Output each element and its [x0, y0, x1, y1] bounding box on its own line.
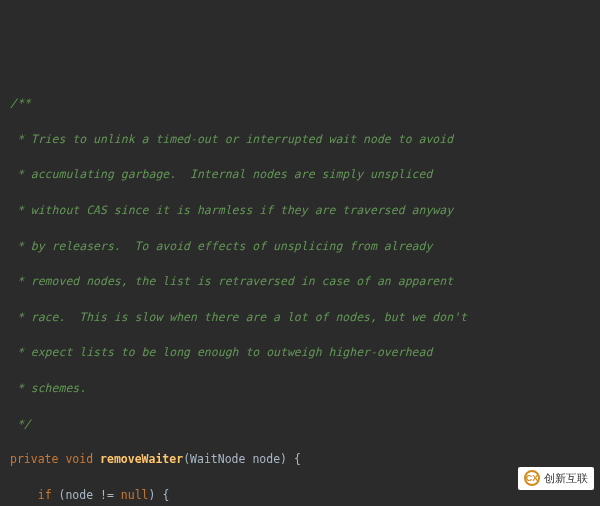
- javadoc-line: * expect lists to be long enough to outw…: [10, 344, 600, 362]
- javadoc-line: * accumulating garbage. Internal nodes a…: [10, 166, 600, 184]
- javadoc-line: /**: [10, 95, 600, 113]
- javadoc-line: * race. This is slow when there are a lo…: [10, 309, 600, 327]
- javadoc-line: * schemes.: [10, 380, 600, 398]
- javadoc-line: * without CAS since it is harmless if th…: [10, 202, 600, 220]
- watermark-badge: CX 创新互联: [518, 467, 594, 490]
- method-name: removeWaiter: [100, 452, 183, 466]
- javadoc-line: */: [10, 416, 600, 434]
- watermark-text: 创新互联: [544, 470, 588, 487]
- code-block: /** * Tries to unlink a timed-out or int…: [10, 77, 600, 506]
- javadoc-line: * by releasers. To avoid effects of unsp…: [10, 238, 600, 256]
- javadoc-line: * Tries to unlink a timed-out or interru…: [10, 131, 600, 149]
- method-signature: private void removeWaiter(WaitNode node)…: [10, 451, 600, 469]
- code-line: if (node != null) {: [10, 487, 600, 505]
- watermark-logo-icon: CX: [524, 470, 540, 486]
- javadoc-line: * removed nodes, the list is retraversed…: [10, 273, 600, 291]
